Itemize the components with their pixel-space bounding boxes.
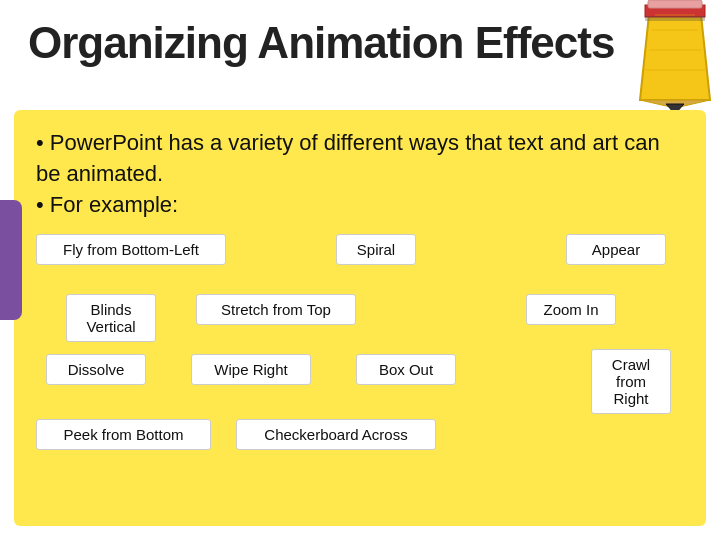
slide-title: Organizing Animation Effects (28, 18, 614, 68)
slide: Organizing Animation Effects PowerPoint … (0, 0, 720, 540)
effect-spiral: Spiral (336, 234, 416, 265)
effect-dissolve: Dissolve (46, 354, 146, 385)
bullet-section: PowerPoint has a variety of different wa… (36, 128, 684, 220)
svg-marker-2 (666, 104, 684, 110)
pencil-decoration (630, 0, 720, 110)
effect-appear: Appear (566, 234, 666, 265)
svg-rect-4 (648, 0, 702, 8)
effect-blinds-vertical: Blinds Vertical (66, 294, 156, 342)
left-decoration (0, 200, 22, 320)
content-box: PowerPoint has a variety of different wa… (14, 110, 706, 526)
effect-checkerboard-across: Checkerboard Across (236, 419, 436, 450)
effect-crawl-from-right: Crawl from Right (591, 349, 671, 414)
bullet-2: For example: (36, 190, 684, 221)
svg-rect-9 (645, 16, 705, 21)
effect-box-out: Box Out (356, 354, 456, 385)
effect-wipe-right: Wipe Right (191, 354, 311, 385)
effect-fly-from-bottom-left: Fly from Bottom-Left (36, 234, 226, 265)
effect-stretch-from-top: Stretch from Top (196, 294, 356, 325)
effect-peek-from-bottom: Peek from Bottom (36, 419, 211, 450)
effect-zoom-in: Zoom In (526, 294, 616, 325)
bullet-1: PowerPoint has a variety of different wa… (36, 128, 684, 190)
effects-grid: Fly from Bottom-LeftSpiralAppearBlinds V… (36, 234, 684, 474)
